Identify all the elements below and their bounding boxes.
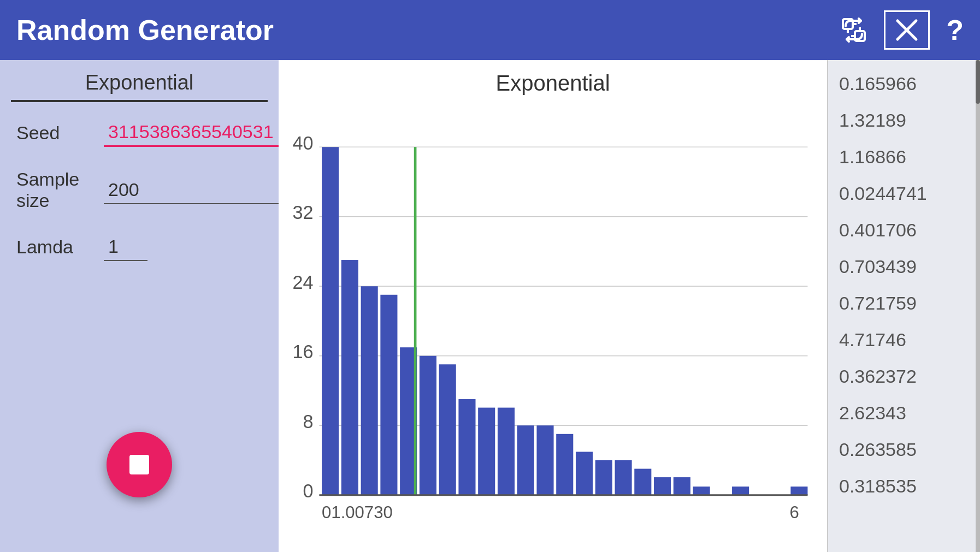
svg-rect-16 [322, 147, 339, 495]
left-panel: Exponential Seed Sample size Lamda [0, 60, 279, 552]
lamda-label: Lamda [16, 236, 104, 258]
chart-title: Exponential [495, 71, 610, 96]
svg-rect-23 [458, 399, 475, 495]
list-item: 0.362372 [839, 358, 969, 395]
svg-rect-17 [341, 260, 358, 495]
svg-rect-34 [674, 477, 690, 495]
lamda-input[interactable] [104, 233, 147, 261]
svg-text:8: 8 [303, 411, 314, 432]
histogram-chart: 0 8 16 24 32 40 [290, 101, 816, 541]
seed-row: Seed [0, 102, 279, 152]
main-content: Exponential Seed Sample size Lamda Expon… [0, 60, 980, 552]
svg-rect-30 [595, 460, 612, 495]
sample-size-label: Sample size [16, 169, 104, 211]
svg-rect-28 [556, 434, 573, 495]
list-item: 4.71746 [839, 322, 969, 358]
numbers-list: 0.165966 1.32189 1.16866 0.0244741 0.401… [827, 60, 980, 552]
list-item: 2.62343 [839, 395, 969, 431]
app-title: Random Generator [16, 14, 274, 46]
svg-rect-29 [576, 452, 593, 495]
generate-button[interactable] [107, 432, 172, 497]
list-item: 0.263585 [839, 431, 969, 468]
svg-rect-19 [380, 295, 397, 495]
svg-rect-31 [615, 460, 632, 495]
repeat-icon[interactable] [840, 16, 867, 44]
list-item: 1.16866 [839, 139, 969, 175]
svg-text:40: 40 [293, 133, 314, 153]
svg-rect-36 [732, 486, 749, 495]
seed-label: Seed [16, 122, 104, 144]
svg-text:01.00730: 01.00730 [322, 503, 393, 522]
svg-text:16: 16 [293, 341, 314, 362]
list-item: 0.165966 [839, 66, 969, 102]
app-header: Random Generator ? [0, 0, 980, 60]
svg-text:0: 0 [303, 480, 314, 501]
sample-size-row: Sample size [0, 152, 279, 217]
list-item: 1.32189 [839, 102, 969, 139]
svg-text:24: 24 [293, 272, 314, 293]
svg-rect-33 [654, 477, 671, 495]
close-icon[interactable] [884, 10, 930, 50]
list-item: 0.0244741 [839, 175, 969, 212]
record-icon [129, 455, 149, 474]
svg-rect-22 [439, 364, 456, 495]
svg-rect-25 [498, 408, 515, 495]
list-item: 0.703439 [839, 248, 969, 285]
svg-rect-37 [790, 486, 807, 495]
list-item: 0.318535 [839, 468, 969, 504]
svg-rect-35 [693, 486, 710, 495]
svg-rect-32 [634, 469, 651, 495]
list-item: 0.721759 [839, 285, 969, 322]
lamda-row: Lamda [0, 217, 279, 266]
svg-rect-24 [478, 408, 495, 495]
svg-rect-18 [361, 286, 378, 495]
svg-rect-21 [420, 356, 436, 495]
header-actions: ? [840, 10, 964, 50]
svg-rect-27 [536, 425, 553, 495]
scrollbar-track[interactable] [976, 60, 980, 552]
svg-text:32: 32 [293, 202, 314, 223]
scrollbar-thumb[interactable] [976, 60, 980, 104]
svg-text:6: 6 [790, 503, 799, 522]
list-item: 0.401706 [839, 212, 969, 248]
help-icon[interactable]: ? [946, 14, 964, 46]
svg-rect-26 [517, 425, 534, 495]
chart-area: 0 8 16 24 32 40 [290, 101, 816, 541]
distribution-tab[interactable]: Exponential [11, 60, 268, 102]
chart-panel: Exponential 0 8 16 24 32 40 [279, 60, 827, 552]
